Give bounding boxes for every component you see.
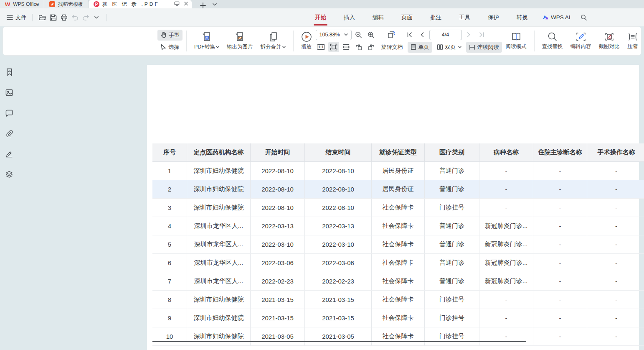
fit-width-button[interactable] <box>341 42 352 52</box>
docer-logo-icon <box>49 1 55 7</box>
thumbnails-panel-button[interactable] <box>3 87 15 98</box>
layers-panel-button[interactable] <box>3 169 15 180</box>
single-page-button[interactable]: 单页 <box>408 42 432 53</box>
table-cell: - <box>479 199 533 217</box>
swap-pages-button[interactable] <box>386 30 397 40</box>
table-cell: 2022-02-23 <box>251 272 305 290</box>
menu-tab-insert[interactable]: 插入 <box>335 8 364 26</box>
menu-tab-page[interactable]: 页面 <box>393 8 421 26</box>
rotate-right-button[interactable] <box>366 42 377 52</box>
table-cell: 深圳市龙华区人... <box>187 217 251 235</box>
play-button[interactable]: 播放 <box>297 29 316 53</box>
document-title: 就 医 记 录 .PDF <box>102 1 160 8</box>
hand-tool-label: 手型 <box>169 31 180 39</box>
table-cell: - <box>533 309 587 327</box>
close-tab-icon[interactable] <box>184 1 188 7</box>
rotate-document-button[interactable]: 旋转文档 <box>378 42 406 53</box>
select-tool-button[interactable]: 选择 <box>157 42 183 53</box>
screenshot-compare-button[interactable]: 截图对比 <box>595 29 624 53</box>
rotate-document-label: 旋转文档 <box>381 43 403 51</box>
zoom-out-button[interactable] <box>353 30 364 40</box>
table-cell: 深圳市妇幼保健院 <box>187 291 251 309</box>
menu-tab-home[interactable]: 开始 <box>306 8 335 26</box>
tab-docer-templates[interactable]: 找稻壳模板 <box>44 0 89 8</box>
tab-document-pdf[interactable]: P 就 医 记 录 .PDF <box>89 0 192 8</box>
bookmark-icon <box>6 68 13 76</box>
table-cell: 4 <box>152 217 187 235</box>
print-button[interactable] <box>58 12 69 23</box>
divider <box>32 14 33 21</box>
menu-tab-protect[interactable]: 保护 <box>479 8 508 26</box>
table-cell: 2022-08-10 <box>251 199 305 217</box>
table-header-cell: 医疗类别 <box>425 143 479 161</box>
actual-size-button[interactable]: 1:1 <box>316 42 327 52</box>
continuous-read-button[interactable]: 连续阅读 <box>466 42 502 53</box>
table-cell: 深圳市妇幼保健院 <box>187 162 251 180</box>
table-cell: 2 <box>152 180 187 198</box>
table-cell: 深圳市妇幼保健院 <box>187 199 251 217</box>
menu-bar: 文件 开始 插入 编辑 <box>0 8 644 26</box>
table-cell: 新冠肺炎门诊... <box>479 217 533 235</box>
redo-button[interactable] <box>80 12 91 23</box>
table-bottom-border <box>152 341 526 342</box>
hand-tool-button[interactable]: 手型 <box>157 30 183 41</box>
quick-access-chevron-icon[interactable] <box>91 12 102 23</box>
edit-content-button[interactable]: 编辑内容 <box>567 29 595 53</box>
zoom-level-select[interactable]: 105.88% <box>316 30 352 40</box>
menu-tab-edit[interactable]: 编辑 <box>364 8 393 26</box>
table-header-cell: 结束时间 <box>305 143 372 161</box>
table-cell: - <box>587 235 644 253</box>
pdf-convert-icon <box>202 31 212 42</box>
compress-button[interactable]: 压缩 <box>624 29 642 53</box>
rotate-left-button[interactable] <box>353 42 364 52</box>
tab-wps-office[interactable]: W WPS Office <box>0 0 44 8</box>
zoom-in-button[interactable] <box>366 30 377 40</box>
menu-tab-convert[interactable]: 转换 <box>508 8 537 26</box>
left-sidebar-rail <box>0 55 18 350</box>
wps-ai-button[interactable]: WPS AI <box>537 14 576 20</box>
find-replace-button[interactable]: 查找替换 <box>538 29 567 53</box>
table-header-cell: 住院主诊断名称 <box>533 143 587 161</box>
table-row: 3深圳市妇幼保健院2022-08-102022-08-10社会保障卡门诊挂号--… <box>152 199 644 217</box>
open-file-button[interactable] <box>37 12 48 23</box>
fit-page-button[interactable] <box>328 42 339 52</box>
tab-list-chevron-icon[interactable] <box>213 0 217 8</box>
table-cell: 2021-03-05 <box>305 327 372 345</box>
play-icon <box>301 31 312 42</box>
fit-page-icon <box>330 43 337 51</box>
export-image-button[interactable]: 输出为图片 <box>223 29 257 53</box>
menu-search-button[interactable] <box>576 14 591 20</box>
menu-tab-comment[interactable]: 批注 <box>421 8 450 26</box>
last-page-button[interactable] <box>476 30 487 40</box>
table-header-cell: 病种名称 <box>479 143 533 161</box>
file-menu-button[interactable]: 文件 <box>5 14 28 21</box>
pdf-page: 序号定点医药机构名称开始时间结束时间就诊凭证类型医疗类别病种名称住院主诊断名称手… <box>147 65 639 350</box>
zoom-value: 105.88% <box>319 32 340 38</box>
table-cell: 普通门诊 <box>425 180 479 198</box>
double-page-button[interactable]: 双页 <box>434 42 464 53</box>
read-mode-button[interactable]: 阅读模式 <box>502 29 530 53</box>
attachments-panel-button[interactable] <box>3 128 15 139</box>
table-cell: - <box>533 180 587 198</box>
table-cell: 门诊挂号 <box>425 309 479 327</box>
page-number-input[interactable]: 4/4 <box>429 30 462 40</box>
signature-panel-button[interactable] <box>3 148 15 160</box>
previous-page-button[interactable] <box>417 30 428 40</box>
menu-tab-tools[interactable]: 工具 <box>450 8 479 26</box>
bookmarks-panel-button[interactable] <box>3 66 15 78</box>
comments-panel-button[interactable] <box>3 107 15 119</box>
table-cell: 2022-08-10 <box>251 180 305 198</box>
pdf-convert-button[interactable]: PDF转换 <box>190 29 223 53</box>
table-cell: 社会保障卡 <box>372 235 425 253</box>
first-page-button[interactable] <box>404 30 415 40</box>
ribbon-toolbar: 手型 选择 PDF转换 输出为图片 拆分合并 播放 <box>3 26 641 56</box>
enter-fullscreen-icon[interactable] <box>174 1 180 8</box>
undo-button[interactable] <box>69 12 80 23</box>
single-page-icon <box>411 44 416 50</box>
one-to-one-icon: 1:1 <box>317 44 325 50</box>
save-button[interactable] <box>48 12 58 23</box>
table-cell: 普通门诊 <box>425 217 479 235</box>
next-page-button[interactable] <box>464 30 474 40</box>
split-merge-button[interactable]: 拆分合并 <box>257 29 289 53</box>
table-row: 6深圳市龙华区人...2022-03-062022-03-06社会保障卡普通门诊… <box>152 254 644 272</box>
